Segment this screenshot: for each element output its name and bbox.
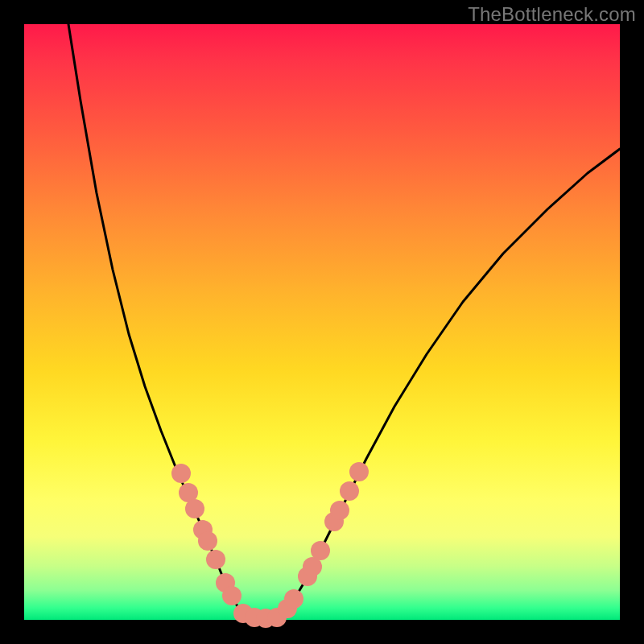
svg-point-2 [185, 499, 204, 518]
watermark-text: TheBottleneck.com [468, 3, 636, 26]
svg-point-7 [222, 586, 242, 605]
svg-point-5 [206, 550, 225, 569]
svg-point-0 [171, 464, 191, 483]
svg-point-16 [311, 541, 330, 560]
svg-point-19 [340, 481, 359, 501]
svg-point-4 [198, 531, 217, 551]
svg-point-13 [284, 589, 303, 609]
plot-area [24, 24, 620, 620]
svg-point-18 [330, 501, 349, 520]
curve-line [68, 24, 620, 618]
chart-frame: TheBottleneck.com [0, 0, 644, 644]
curve-markers [171, 462, 369, 628]
chart-svg [24, 24, 620, 620]
svg-point-20 [349, 462, 369, 481]
